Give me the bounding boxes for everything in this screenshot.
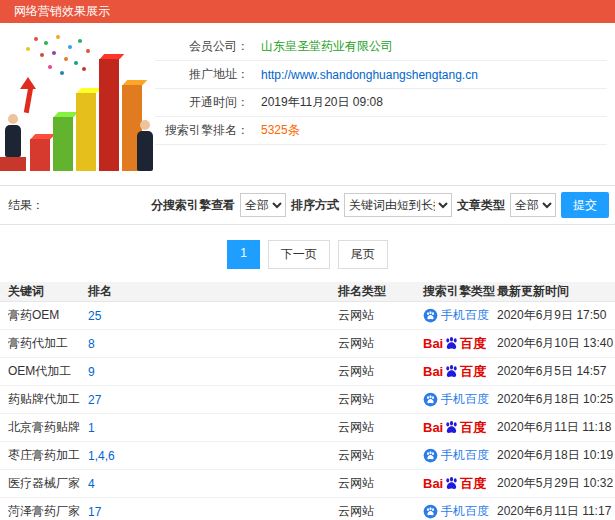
header-engine: 搜索引擎类型 — [423, 283, 497, 300]
rank-type-cell: 云网站 — [338, 335, 423, 352]
info-row-rank-count: 搜索引擎排名： 5325条 — [155, 117, 607, 145]
bar-4 — [99, 59, 119, 171]
keyword-cell: 北京膏药贴牌 — [0, 419, 88, 436]
rank-link[interactable]: 25 — [88, 309, 101, 323]
engine-cell: 手机百度 — [423, 391, 497, 408]
promotion-url-label: 推广地址： — [155, 66, 249, 83]
table-row: 北京膏药贴牌 1 云网站 Bai 百度 2020年6月11日 11:18 — [0, 414, 615, 442]
rank-link[interactable]: 1 — [88, 421, 95, 435]
engine-cell: Bai 百度 — [423, 419, 497, 437]
rank-type-cell: 云网站 — [338, 447, 423, 464]
engine-cell: 手机百度 — [423, 447, 497, 464]
open-time-value: 2019年11月20日 09:08 — [261, 94, 383, 111]
engine-filter-label: 分搜索引擎查看 — [151, 197, 235, 214]
table-row: 菏泽膏药厂家 17 云网站 手机百度 2020年6月11日 11:17 — [0, 498, 615, 520]
filter-bar: 结果： 分搜索引擎查看 全部 排序方式 关键词由短到长排序 文章类型 全部 提交 — [0, 185, 615, 225]
engine-cell: Bai 百度 — [423, 475, 497, 493]
rank-type-cell: 云网站 — [338, 475, 423, 492]
info-row-company: 会员公司： 山东皇圣堂药业有限公司 — [155, 33, 607, 61]
keyword-cell: 枣庄膏药加工 — [0, 447, 88, 464]
rank-type-cell: 云网站 — [338, 307, 423, 324]
rank-link[interactable]: 27 — [88, 393, 101, 407]
table-row: 膏药代加工 8 云网站 Bai 百度 2020年6月10日 13:40 — [0, 330, 615, 358]
table-row: OEM代加工 9 云网站 Bai 百度 2020年6月5日 14:57 — [0, 358, 615, 386]
keyword-cell: 药贴牌代加工 — [0, 391, 88, 408]
sort-filter-label: 排序方式 — [291, 197, 339, 214]
baidu-paw-icon — [444, 364, 459, 379]
keyword-cell: 膏药代加工 — [0, 335, 88, 352]
engine-rank-label: 搜索引擎排名： — [155, 122, 249, 139]
results-table: 关键词 排名 排名类型 搜索引擎类型 最新更新时间 膏药OEM 25 云网站 手… — [0, 282, 615, 520]
engine-cell: 手机百度 — [423, 503, 497, 520]
growth-arrow — [24, 87, 33, 113]
baidu-paw-icon — [444, 420, 459, 435]
baidu-logo-text: Bai — [423, 336, 443, 351]
engine-filter-select[interactable]: 全部 — [240, 193, 286, 217]
engine-cell: 手机百度 — [423, 307, 497, 324]
updated-cell: 2020年6月9日 17:50 — [497, 307, 615, 324]
company-label: 会员公司： — [155, 38, 249, 55]
bar-2 — [53, 117, 73, 171]
mobile-baidu-icon — [423, 392, 438, 407]
last-page-button[interactable]: 尾页 — [338, 240, 388, 269]
baidu-paw-icon — [444, 476, 459, 491]
updated-cell: 2020年6月18日 10:25 — [497, 391, 615, 408]
rank-link[interactable]: 8 — [88, 337, 95, 351]
member-info-table: 会员公司： 山东皇圣堂药业有限公司 推广地址： http://www.shand… — [155, 33, 607, 185]
pagination: 1 下一页 尾页 — [0, 240, 615, 269]
baidu-logo-cn: 百度 — [460, 363, 486, 381]
mobile-baidu-icon — [423, 448, 438, 463]
baidu-paw-icon — [444, 336, 459, 351]
company-name-link[interactable]: 山东皇圣堂药业有限公司 — [261, 38, 393, 55]
confetti-dots — [34, 37, 38, 41]
info-row-url: 推广地址： http://www.shandonghuangshengtang.… — [155, 61, 607, 89]
article-type-select[interactable]: 全部 — [510, 193, 556, 217]
header-keyword: 关键词 — [0, 283, 88, 300]
updated-cell: 2020年6月18日 10:19 — [497, 447, 615, 464]
table-row: 枣庄膏药加工 1,4,6 云网站 手机百度 2020年6月18日 10:19 — [0, 442, 615, 470]
updated-cell: 2020年6月11日 11:18 — [497, 419, 615, 436]
rank-link[interactable]: 9 — [88, 365, 95, 379]
bar-1 — [30, 139, 50, 171]
bar-chart-illustration — [0, 27, 155, 185]
rank-count-value: 5325条 — [261, 122, 300, 139]
keyword-cell: 菏泽膏药厂家 — [0, 503, 88, 520]
result-label: 结果： — [8, 197, 44, 214]
updated-cell: 2020年6月5日 14:57 — [497, 363, 615, 380]
rank-link[interactable]: 17 — [88, 505, 101, 519]
engine-cell: Bai 百度 — [423, 335, 497, 353]
mobile-baidu-icon — [423, 504, 438, 519]
pedestal-shape — [0, 157, 26, 171]
rank-type-cell: 云网站 — [338, 363, 423, 380]
member-info-section: 会员公司： 山东皇圣堂药业有限公司 推广地址： http://www.shand… — [0, 23, 615, 185]
engine-cell: Bai 百度 — [423, 363, 497, 381]
promotion-url-link[interactable]: http://www.shandonghuangshengtang.cn — [261, 68, 478, 82]
page-title-bar: 网络营销效果展示 — [0, 0, 615, 23]
open-time-label: 开通时间： — [155, 94, 249, 111]
baidu-logo-cn: 百度 — [460, 475, 486, 493]
header-rank-type: 排名类型 — [338, 283, 423, 300]
updated-cell: 2020年6月11日 11:17 — [497, 503, 615, 520]
engine-name: 手机百度 — [441, 503, 489, 520]
header-updated: 最新更新时间 — [497, 283, 615, 300]
submit-button[interactable]: 提交 — [561, 192, 609, 218]
table-header-row: 关键词 排名 排名类型 搜索引擎类型 最新更新时间 — [0, 282, 615, 302]
rank-link[interactable]: 4 — [88, 477, 95, 491]
rank-type-cell: 云网站 — [338, 391, 423, 408]
next-page-button[interactable]: 下一页 — [268, 240, 330, 269]
table-row: 医疗器械厂家 4 云网站 Bai 百度 2020年5月29日 10:32 — [0, 470, 615, 498]
page-1-button[interactable]: 1 — [227, 240, 260, 269]
table-row: 膏药OEM 25 云网站 手机百度 2020年6月9日 17:50 — [0, 302, 615, 330]
businessman-right — [137, 120, 153, 171]
growth-arrow-head — [20, 77, 36, 89]
engine-name: 手机百度 — [441, 447, 489, 464]
keyword-cell: 膏药OEM — [0, 307, 88, 324]
keyword-cell: 医疗器械厂家 — [0, 475, 88, 492]
rank-link[interactable]: 1,4,6 — [88, 449, 115, 463]
baidu-logo-cn: 百度 — [460, 419, 486, 437]
businessman-left — [5, 114, 21, 157]
baidu-logo-text: Bai — [423, 476, 443, 491]
mobile-baidu-icon — [423, 308, 438, 323]
baidu-logo-cn: 百度 — [460, 335, 486, 353]
sort-filter-select[interactable]: 关键词由短到长排序 — [344, 193, 452, 217]
